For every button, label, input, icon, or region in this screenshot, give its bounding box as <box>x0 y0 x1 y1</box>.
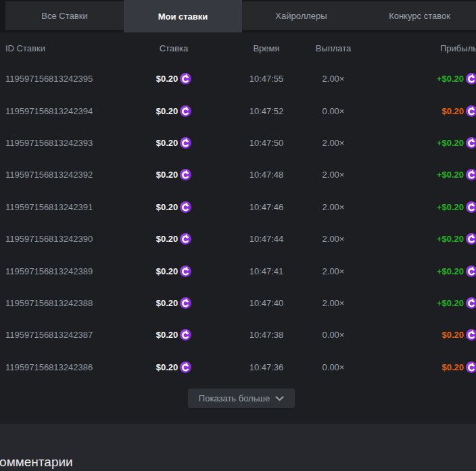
bet-amount-cell: $0.20 <box>141 169 207 180</box>
bet-time-cell: 10:47:36 <box>223 362 310 372</box>
coin-icon <box>180 362 191 373</box>
profit-amount: +$0.20 <box>437 74 464 84</box>
bet-id-cell: 119597156813242386 <box>5 362 141 372</box>
coin-icon <box>466 169 476 180</box>
chevron-down-icon <box>275 396 284 401</box>
bet-time-cell: 10:47:50 <box>223 138 310 148</box>
bet-payout-cell: 2.00× <box>310 202 357 212</box>
bet-payout-cell: 2.00× <box>310 170 357 180</box>
bet-id-cell: 119597156813242390 <box>5 234 141 244</box>
profit-amount: +$0.20 <box>437 266 464 276</box>
bet-amount: $0.20 <box>156 298 178 308</box>
bet-amount-cell: $0.20 <box>141 73 207 84</box>
table-body: 119597156813242395$0.2010:47:552.00×+$0.… <box>0 63 476 383</box>
bet-row: 119597156813242391$0.2010:47:462.00×+$0.… <box>0 191 476 223</box>
bet-id-cell: 119597156813242394 <box>5 106 141 116</box>
bet-amount-cell: $0.20 <box>141 201 207 213</box>
coin-icon <box>180 201 191 213</box>
bet-row: 119597156813242388$0.2010:47:402.00×+$0.… <box>0 287 476 319</box>
coin-icon <box>180 297 191 309</box>
bets-table: ID Ставки Ставка Время Выплата Прибыль 1… <box>0 32 476 424</box>
bet-id-cell: 119597156813242393 <box>5 138 141 148</box>
header-profit: Прибыль <box>357 43 476 53</box>
bet-profit-cell: +$0.20 <box>357 233 476 245</box>
coin-icon <box>180 137 191 149</box>
bet-amount: $0.20 <box>156 234 178 244</box>
coin-icon <box>466 137 476 149</box>
coin-icon <box>466 362 476 373</box>
bet-profit-cell: +$0.20 <box>357 201 476 213</box>
bet-time-cell: 10:47:55 <box>223 74 310 84</box>
bet-time-cell: 10:47:44 <box>223 234 310 244</box>
bet-time-cell: 10:47:38 <box>223 330 310 340</box>
bet-amount-cell: $0.20 <box>141 233 207 245</box>
tab-all-bets[interactable]: Все Ставки <box>5 1 124 30</box>
coin-icon <box>466 105 476 117</box>
bet-profit-cell: +$0.20 <box>357 266 476 277</box>
profit-amount: +$0.20 <box>437 298 464 308</box>
bet-profit-cell: +$0.20 <box>357 137 476 149</box>
comments-title: Комментарии <box>0 455 73 470</box>
coin-icon <box>466 329 476 341</box>
show-more-label: Показать больше <box>199 393 270 403</box>
bet-row: 119597156813242390$0.2010:47:442.00×+$0.… <box>0 223 476 255</box>
bet-time-cell: 10:47:41 <box>223 266 310 276</box>
coin-icon <box>466 233 476 245</box>
bet-row: 119597156813242393$0.2010:47:502.00×+$0.… <box>0 127 476 159</box>
bet-profit-cell: $0.20 <box>357 329 476 341</box>
bet-amount-cell: $0.20 <box>141 137 207 149</box>
profit-amount: $0.20 <box>442 362 464 372</box>
coin-icon <box>466 73 476 84</box>
bet-amount: $0.20 <box>156 202 178 212</box>
bet-row: 119597156813242389$0.2010:47:412.00×+$0.… <box>0 255 476 287</box>
bet-amount-cell: $0.20 <box>141 362 207 373</box>
bet-payout-cell: 0.00× <box>310 106 357 116</box>
bet-payout-cell: 0.00× <box>310 330 357 340</box>
bet-amount: $0.20 <box>156 266 178 276</box>
bet-payout-cell: 2.00× <box>310 138 357 148</box>
tab-bet-contest[interactable]: Конкурс ставок <box>360 1 476 30</box>
bet-amount-cell: $0.20 <box>141 266 207 277</box>
bet-id-cell: 119597156813242395 <box>5 74 141 84</box>
bet-time-cell: 10:47:46 <box>223 202 310 212</box>
coin-icon <box>180 73 191 84</box>
bet-profit-cell: +$0.20 <box>357 73 476 84</box>
tab-my-bets[interactable]: Мои ставки <box>124 0 242 32</box>
coin-icon <box>180 329 191 341</box>
bet-time-cell: 10:47:52 <box>223 106 310 116</box>
bet-amount: $0.20 <box>156 106 178 116</box>
bet-row: 119597156813242395$0.2010:47:552.00×+$0.… <box>0 63 476 95</box>
bet-row: 119597156813242394$0.2010:47:520.00×$0.2… <box>0 95 476 126</box>
coin-icon <box>180 169 191 180</box>
bet-amount-cell: $0.20 <box>141 329 207 341</box>
bet-id-cell: 119597156813242387 <box>5 330 141 340</box>
tab-highrollers[interactable]: Хайроллеры <box>242 1 360 30</box>
coin-icon <box>180 233 191 245</box>
bet-amount-cell: $0.20 <box>141 297 207 309</box>
bet-row: 119597156813242392$0.2010:47:482.00×+$0.… <box>0 159 476 191</box>
bet-time-cell: 10:47:40 <box>223 298 310 308</box>
header-bet-id: ID Ставки <box>5 43 141 53</box>
coin-icon <box>180 266 191 277</box>
bet-id-cell: 119597156813242389 <box>5 266 141 276</box>
bet-amount: $0.20 <box>156 138 178 148</box>
bet-payout-cell: 2.00× <box>310 74 357 84</box>
header-payout: Выплата <box>310 43 357 53</box>
show-more-button[interactable]: Показать больше <box>188 389 295 408</box>
bet-payout-cell: 0.00× <box>310 362 357 372</box>
table-header-row: ID Ставки Ставка Время Выплата Прибыль <box>0 39 476 57</box>
header-time: Время <box>223 43 310 53</box>
bet-row: 119597156813242387$0.2010:47:380.00×$0.2… <box>0 319 476 351</box>
bet-amount: $0.20 <box>156 74 178 84</box>
bet-payout-cell: 2.00× <box>310 298 357 308</box>
bet-amount: $0.20 <box>156 362 178 372</box>
bets-tabbar: Все Ставки Мои ставки Хайроллеры Конкурс… <box>5 1 476 30</box>
bet-amount: $0.20 <box>156 170 178 180</box>
coin-icon <box>466 201 476 213</box>
bet-profit-cell: +$0.20 <box>357 297 476 309</box>
profit-amount: +$0.20 <box>437 170 464 180</box>
bet-profit-cell: $0.20 <box>357 362 476 373</box>
profit-amount: +$0.20 <box>437 234 464 244</box>
profit-amount: +$0.20 <box>437 138 464 148</box>
bet-profit-cell: +$0.20 <box>357 169 476 180</box>
